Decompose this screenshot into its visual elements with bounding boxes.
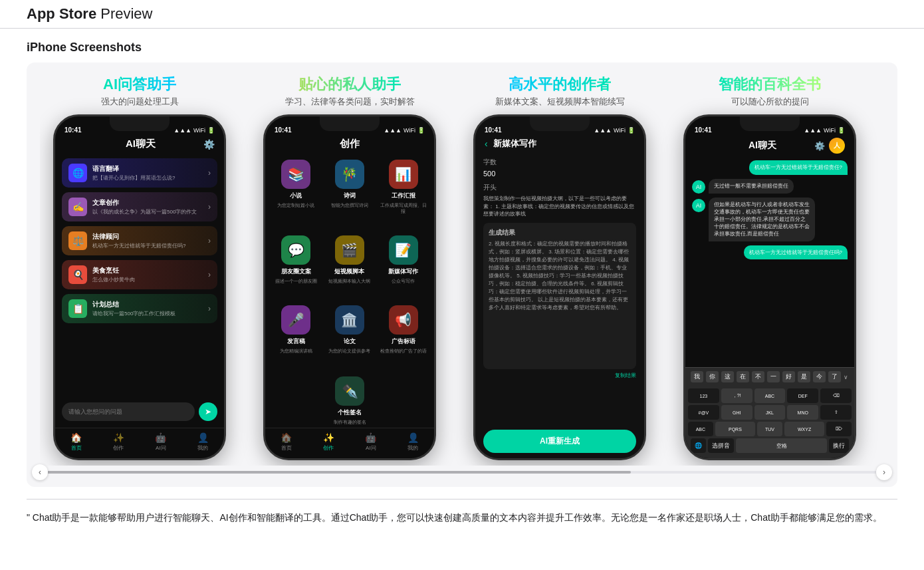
- phone1-item5-icon: 📋: [68, 299, 87, 318]
- phone4-key-globe[interactable]: 🌐: [691, 438, 706, 453]
- phone4-caption-sub: 可以随心所欲的提问: [731, 96, 809, 108]
- phone4-key-pinyin[interactable]: 选拼音: [708, 438, 734, 453]
- phone1-item2-arrow: ›: [208, 202, 211, 212]
- phone2-tab-home[interactable]: 🏠 首页: [281, 432, 292, 452]
- phone1-item-1[interactable]: 🌐 语言翻译 把【请开心见到你】用英语怎么说? ›: [62, 158, 217, 188]
- phone1-item4-name: 美食烹饪: [92, 266, 135, 275]
- phone2-grid-item-5[interactable]: 📝 新媒体写作 公众号写作: [379, 235, 427, 300]
- phone3-regen-button[interactable]: AI重新生成: [483, 430, 636, 453]
- phone-card-2: 贴心的私人助手 学习、法律等各类问题，实时解答 10:41 ▲▲▲ WiFi 🔋…: [250, 76, 449, 460]
- phone4-bottom-row: 🌐 选拼音 空格 换行: [688, 438, 852, 453]
- phone2-desc-6: 为您精编演讲稿: [280, 349, 312, 354]
- phone4-key-del2[interactable]: ⌦: [826, 422, 852, 436]
- phone1-caption-title: AI问答助手: [103, 76, 176, 93]
- app-header: App Store Preview: [0, 0, 924, 29]
- phone4-suggest-char-7[interactable]: 是: [798, 371, 810, 382]
- phone2-desc-7: 为您的论文提供参考: [328, 349, 370, 354]
- phone4-bot-icon-1: AI: [692, 180, 705, 194]
- phone3-time: 10:41: [485, 126, 502, 134]
- phone4-keyboard-expand[interactable]: ∨: [844, 374, 848, 380]
- phone1-item4-icon: 🍳: [68, 265, 87, 284]
- phone2-grid-item-3[interactable]: 💬 朋友圈文案 描述一个一的朋友圈: [272, 235, 320, 300]
- phone2-grid-item-2[interactable]: 📊 工作汇报 工作成果写成周报、日报: [379, 160, 427, 229]
- phone4-key-wxyz[interactable]: WXYZ: [784, 422, 824, 436]
- phone4-suggest-char-2[interactable]: 这: [721, 371, 734, 382]
- phone4-suggest-char-4[interactable]: 不: [752, 371, 764, 382]
- phone4-bubble-user-2: 机动车一方无过错就等于无赔偿责任吗?: [744, 245, 848, 259]
- phone2-tab-profile[interactable]: 👤 我的: [407, 432, 419, 452]
- phone1-item1-icon: 🌐: [68, 164, 87, 182]
- phone2-grid-item-1[interactable]: 🎋 诗词 智能为您撰写诗词: [326, 160, 374, 229]
- phone2-name-4: 短视频脚本: [334, 267, 364, 276]
- phone4-suggest-char-9[interactable]: 了: [828, 371, 841, 382]
- scroll-right-arrow[interactable]: ›: [876, 464, 892, 480]
- phone4-keyboard-suggestion-row: 我 你 这 在 不 一 好 是 今 了 ∨: [685, 367, 854, 386]
- phone1-item-4[interactable]: 🍳 美食烹饪 怎么做小炒黄牛肉 ›: [62, 260, 217, 289]
- phone2-grid-item-4[interactable]: 🎬 短视频脚本 短视频脚本输入大纲: [326, 235, 374, 300]
- phone1-send-button[interactable]: ➤: [199, 402, 217, 421]
- phone1-tab-profile[interactable]: 👤 我的: [197, 432, 209, 452]
- phone4-key-enter[interactable]: 换行: [829, 438, 849, 453]
- phone4-key-ghi[interactable]: GHI: [721, 405, 752, 420]
- phone3-copy-label[interactable]: 复制结果: [483, 372, 636, 379]
- phone2-tab-ai[interactable]: 🤖 AI问: [365, 432, 376, 452]
- phone2-caption-title: 贴心的私人助手: [298, 76, 401, 93]
- battery-icon: 🔋: [838, 127, 845, 134]
- phone2-grid-item-8[interactable]: 📢 广告标语 检查推销的广告了的语: [379, 305, 427, 370]
- phone3-back-icon[interactable]: ‹: [485, 138, 488, 149]
- phone4-key-jkl[interactable]: JKL: [754, 405, 786, 420]
- phone4-key-sym[interactable]: #@V: [688, 405, 719, 420]
- phone4-key-delete[interactable]: ⌫: [820, 388, 852, 403]
- phone4-key-shift[interactable]: ⇧: [820, 405, 852, 420]
- phone4-key-tuv[interactable]: TUV: [757, 422, 782, 436]
- phone1-item-5[interactable]: 📋 计划总结 请给我写一篇500字的工作汇报模板 ›: [62, 294, 217, 323]
- phone-card-4: 智能的百科全书 可以随心所欲的提问 10:41 ▲▲▲ WiFi 🔋: [670, 76, 869, 460]
- phone2-grid-item-9[interactable]: ✒️ 个性签名 制作有趣的签名: [323, 376, 376, 425]
- phone2-grid-item-7[interactable]: 🏛️ 论文 为您的论文提供参考: [326, 305, 374, 370]
- scroll-left-arrow[interactable]: ‹: [32, 464, 48, 480]
- phone1-item1-desc: 把【请开心见到你】用英语怎么说?: [92, 175, 175, 182]
- phone4-key-def[interactable]: ABC: [754, 388, 786, 403]
- phone4-suggest-char-8[interactable]: 今: [813, 371, 826, 382]
- phone1-item-3[interactable]: ⚖️ 法律顾问 机动车一方无过错就等于无赔偿责任吗? ›: [62, 226, 217, 255]
- phone4-msg-user-2: 机动车一方无过错就等于无赔偿责任吗?: [692, 245, 848, 259]
- phone1-caption-sub: 强大的问题处理工具: [101, 96, 179, 108]
- phone1-gear-icon[interactable]: ⚙️: [203, 139, 215, 150]
- phone4-caption-title: 智能的百科全书: [719, 76, 821, 93]
- phone2-grid-item-0[interactable]: 📚 小说 为您定制短篇小说: [272, 160, 320, 229]
- phone1-screen: 10:41 ▲▲▲ WiFi 🔋 AI聊天 ⚙️: [55, 116, 224, 458]
- phone2-tab-create[interactable]: ✨ 创作: [323, 432, 334, 452]
- phone4-suggest-char-0[interactable]: 我: [691, 371, 703, 382]
- phone4-status-icons: ▲▲▲ WiFi 🔋: [804, 127, 845, 134]
- phone2-grid-item-6[interactable]: 🎤 发言稿 为您精编演讲稿: [272, 305, 320, 370]
- phone1-tab-create[interactable]: ✨ 创作: [113, 432, 124, 452]
- phone2-desc-1: 智能为您撰写诗词: [331, 203, 368, 208]
- phone1-tab-ai[interactable]: 🤖 AI问: [155, 432, 166, 452]
- phone4-key-abc[interactable]: ，?!: [721, 388, 752, 403]
- phone4-key-abcmode[interactable]: ABC: [688, 422, 713, 436]
- phone4-suggest-char-3[interactable]: 在: [737, 371, 749, 382]
- phone4-key-123[interactable]: 123: [688, 388, 719, 403]
- phone4-key-pqrs[interactable]: PQRS: [715, 422, 755, 436]
- phone4-bubble-bot-1: 无过错一般不需要承担赔偿责任: [709, 179, 794, 194]
- phone4-key-mno[interactable]: MNO: [787, 405, 818, 420]
- phone4-msg-bot-1: AI 无过错一般不需要承担赔偿责任: [692, 179, 848, 194]
- phone1-tab-home[interactable]: 🏠 首页: [70, 432, 82, 452]
- phone4-key-backspace[interactable]: DEF: [787, 388, 818, 403]
- phone1-item4-desc: 怎么做小炒黄牛肉: [92, 277, 135, 283]
- phone4-gear-icon[interactable]: ⚙️: [814, 141, 825, 151]
- phone4-suggest-char-5[interactable]: 一: [767, 371, 780, 382]
- phone4-suggest-char-6[interactable]: 好: [782, 371, 795, 382]
- phone3-result-label: 生成结果: [489, 228, 631, 237]
- phone1-item5-arrow: ›: [208, 304, 211, 313]
- phone1-item-2[interactable]: ✍️ 文章创作 以《我的成长之争》为题写一篇500字的作文 ›: [62, 192, 217, 221]
- phone1-input-bar[interactable]: 请输入您想问的问题: [62, 402, 195, 421]
- scroll-bar-container: [40, 471, 884, 474]
- screenshots-scroll[interactable]: AI问答助手 强大的问题处理工具 10:41 ▲▲▲ WiFi 🔋: [40, 76, 884, 466]
- phone1-screen-title: AI聊天: [126, 138, 156, 150]
- phone3-result-text: 2. 视频长度和格式：确定您的视频需要的播放时间和拍摄格式，例如：竖屏或横屏。 …: [489, 240, 631, 312]
- phone2-name-0: 小说: [290, 192, 302, 200]
- phone4-key-space[interactable]: 空格: [736, 438, 827, 453]
- phone4-key-row-3: ABC PQRS TUV WXYZ ⌦: [688, 422, 852, 436]
- phone4-suggest-char-1[interactable]: 你: [706, 371, 719, 382]
